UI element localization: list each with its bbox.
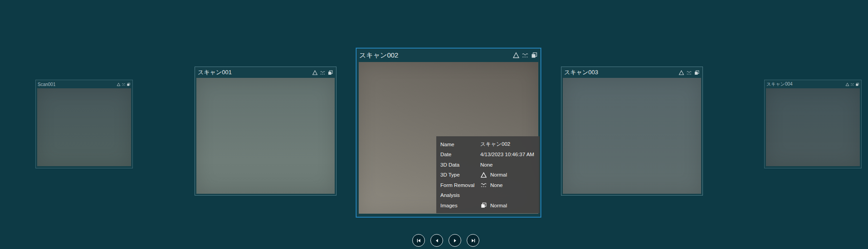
card-status-icons	[512, 52, 538, 59]
triangle-icon	[480, 172, 487, 178]
images-icon	[855, 82, 859, 86]
carousel-nav	[412, 234, 479, 247]
form-removal-icon	[686, 70, 692, 76]
info-value: Normal	[480, 172, 507, 178]
info-row: 3D Data None	[440, 160, 536, 169]
images-icon	[694, 70, 700, 76]
images-icon	[480, 202, 487, 209]
info-label: Date	[440, 152, 480, 157]
scan-info-tooltip: Name スキャン002 Date 4/13/2023 10:46:37 AM …	[436, 136, 540, 213]
first-scan-button[interactable]	[412, 234, 425, 247]
card-header: スキャン002	[356, 48, 541, 62]
form-removal-icon	[122, 82, 126, 86]
info-value-text: None	[490, 182, 503, 188]
scan-thumbnail[interactable]	[196, 78, 335, 194]
scan-browser: Scan001 スキャン001 スキャン002	[0, 0, 868, 249]
form-removal-icon	[850, 82, 854, 86]
triangle-icon	[117, 82, 121, 86]
info-label: Name	[440, 142, 480, 147]
info-row: Images Normal	[440, 201, 536, 210]
previous-scan-button[interactable]	[430, 234, 443, 247]
info-value: Normal	[480, 202, 507, 209]
info-row: Analysis	[440, 191, 536, 200]
info-label: Form Removal	[440, 182, 480, 188]
info-value-text: 4/13/2023 10:46:37 AM	[480, 152, 534, 157]
scan-card-scan003[interactable]: スキャン003	[561, 67, 703, 196]
scan-name-label: Scan001	[38, 82, 55, 87]
info-value: None	[480, 162, 493, 168]
scan-thumbnail[interactable]	[766, 88, 860, 166]
last-scan-button[interactable]	[467, 234, 479, 247]
info-label: Images	[440, 203, 480, 208]
form-removal-icon	[522, 52, 529, 59]
form-removal-icon	[320, 70, 326, 76]
info-value-text: None	[480, 162, 493, 168]
info-row: Form Removal None	[440, 180, 536, 190]
info-label: 3D Data	[440, 162, 480, 168]
info-value-text: Normal	[490, 172, 507, 177]
triangle-icon	[678, 70, 684, 76]
next-icon	[452, 237, 458, 244]
previous-icon	[434, 237, 440, 244]
images-icon	[127, 82, 131, 86]
card-status-icons	[117, 82, 131, 86]
skip-to-first-icon	[415, 237, 422, 244]
triangle-icon	[845, 82, 849, 86]
images-icon	[327, 70, 333, 76]
scan-name-label: スキャン002	[359, 51, 398, 60]
card-status-icons	[312, 70, 333, 76]
info-row: Name スキャン002	[440, 139, 536, 149]
scan-name-label: スキャン003	[564, 68, 598, 77]
info-value: スキャン002	[480, 141, 510, 148]
scan-card-scan001[interactable]: Scan001	[35, 80, 133, 168]
images-icon	[531, 52, 538, 59]
info-label: 3D Type	[440, 172, 480, 177]
card-header: スキャン001	[195, 67, 336, 78]
next-scan-button[interactable]	[449, 234, 461, 247]
form-removal-icon	[480, 182, 487, 188]
card-header: スキャン004	[765, 80, 861, 88]
info-row: 3D Type Normal	[440, 170, 536, 180]
skip-to-last-icon	[470, 237, 477, 244]
info-value: None	[480, 182, 503, 188]
info-label: Analysis	[440, 192, 480, 198]
scan-card-scan004[interactable]: スキャン004	[764, 80, 862, 168]
scan-thumbnail[interactable]	[37, 88, 131, 166]
info-row: Date 4/13/2023 10:46:37 AM	[440, 150, 536, 159]
scan-thumbnail[interactable]	[563, 78, 701, 194]
triangle-icon	[512, 52, 520, 59]
card-status-icons	[845, 82, 859, 86]
scan-name-label: スキャン001	[198, 68, 232, 77]
info-value: 4/13/2023 10:46:37 AM	[480, 152, 534, 157]
card-status-icons	[678, 70, 700, 76]
scan-name-label: スキャン004	[766, 81, 793, 87]
info-value-text: Normal	[490, 203, 507, 208]
scan-card-scan001-jp[interactable]: スキャン001	[195, 67, 336, 196]
card-header: スキャン003	[561, 67, 702, 78]
info-value-text: スキャン002	[480, 141, 510, 148]
triangle-icon	[312, 70, 318, 76]
card-header: Scan001	[36, 80, 132, 88]
